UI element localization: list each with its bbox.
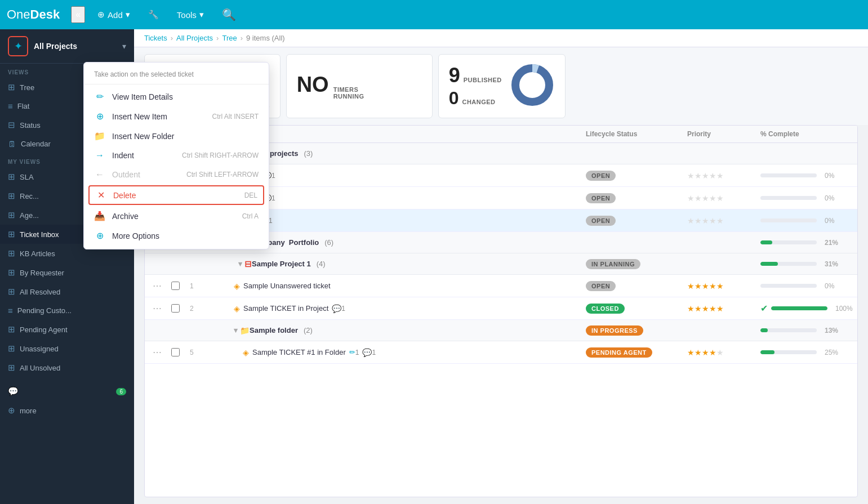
context-menu-header: Take action on the selected ticket: [84, 66, 269, 84]
breadcrumb-count: 9 items (All): [246, 34, 285, 42]
menu-item-label: Archive: [112, 212, 235, 221]
timers-text-block: NO TIMERS RUNNING: [297, 73, 364, 100]
sidebar-item-label: KB Articles: [20, 249, 55, 258]
sidebar-item-label: Rec...: [20, 192, 39, 200]
logo: OneDesk: [7, 7, 60, 22]
resolved-icon: ⊞: [8, 287, 15, 297]
timers-stat-card: NO TIMERS RUNNING: [286, 54, 433, 118]
menu-item-insert-new-item[interactable]: ⊕ Insert New Item Ctrl Alt INSERT: [84, 106, 269, 126]
pct-text: 21%: [825, 239, 838, 247]
folder-collapse-icon[interactable]: ▾: [234, 326, 238, 334]
view-details-icon: ✏: [94, 91, 105, 102]
status-badge: IN PROGRESS: [586, 325, 643, 336]
sidebar-item-chat[interactable]: 💬 6: [0, 382, 134, 401]
search-button[interactable]: 🔍: [216, 5, 242, 25]
no-label: NO: [297, 73, 329, 97]
tools-button[interactable]: Tools ▾: [171, 6, 210, 23]
sidebar-item-unassigned[interactable]: ⊞ Unassigned: [0, 339, 134, 358]
age-icon: ⊞: [8, 210, 15, 220]
sidebar-item-label: Pending Custo...: [17, 306, 72, 315]
pct-text: 0%: [825, 194, 834, 202]
menu-item-insert-new-folder[interactable]: 📁 Insert New Folder: [84, 126, 269, 146]
sidebar-item-label: All Unsolved: [20, 364, 60, 372]
breadcrumb: Tickets › All Projects › Tree › 9 items …: [134, 29, 868, 47]
subgroup-collapse-icon[interactable]: ▾: [238, 260, 242, 268]
msg-count: 1: [271, 172, 275, 180]
sidebar-item-by-requester[interactable]: ⊞ By Requester: [0, 263, 134, 282]
row-checkbox[interactable]: [171, 348, 180, 356]
menu-item-indent[interactable]: → Indent Ctrl Shift RIGHT-ARROW: [84, 146, 269, 165]
sidebar-item-label: Unassigned: [20, 345, 59, 353]
pencil-icon: ✏: [349, 348, 355, 356]
ticket-item-icon: ◈: [243, 348, 249, 357]
status-badge: PENDING AGENT: [586, 347, 652, 358]
menu-item-view-item-details[interactable]: ✏ View Item Details: [84, 87, 269, 106]
ticket-item-icon: ◈: [234, 282, 240, 291]
sidebar-item-more[interactable]: ⊕ more: [0, 401, 134, 420]
pct-text: 31%: [825, 260, 838, 268]
changed-number: 0: [449, 89, 459, 107]
menu-item-outdent: ← Outdent Ctrl Shift LEFT-ARROW: [84, 165, 269, 184]
sidebar-icon-box: ✦: [8, 36, 28, 56]
sidebar-item-pending-custo[interactable]: ≡ Pending Custo...: [0, 301, 134, 320]
row-name: Sample TICKET #1 in Folder: [252, 348, 346, 356]
chat-badge: 6: [116, 388, 126, 395]
row-menu-button[interactable]: ⋯: [149, 346, 165, 359]
row-menu-button[interactable]: ⋯: [149, 302, 165, 315]
msg-count: 1: [372, 349, 376, 356]
progress-bar: [760, 262, 817, 266]
breadcrumb-tickets[interactable]: Tickets: [144, 34, 167, 42]
progress-bar: [760, 218, 817, 222]
project-chevron-icon[interactable]: ▾: [122, 42, 126, 51]
sidebar-item-all-unsolved[interactable]: ⊞ All Unsolved: [0, 358, 134, 377]
row-menu-button[interactable]: ⋯: [149, 279, 165, 292]
tree-icon: ⊞: [8, 82, 15, 92]
menu-item-label: Indent: [112, 151, 175, 160]
shortcut-label: DEL: [244, 191, 257, 199]
tools-wrench-icon[interactable]: 🔧: [143, 6, 164, 23]
message-icon: 💬: [332, 304, 341, 313]
more-icon: ⊕: [8, 405, 15, 416]
sidebar-item-pending-agent[interactable]: ⊞ Pending Agent: [0, 320, 134, 339]
msg-count: 1: [341, 305, 345, 313]
folder-icon: 📁: [240, 326, 250, 335]
sidebar-item-label: Age...: [20, 211, 39, 220]
published-text-block: 9 PUBLISHED 0 CHANGED: [449, 65, 502, 107]
progress-bar: [760, 328, 817, 332]
menu-item-delete[interactable]: ✕ Delete DEL: [88, 185, 264, 205]
menu-item-label: Insert New Item: [112, 112, 206, 121]
table-row: ⋯ 5 ◈ Sample TICKET #1 in Folder ✏ 1 💬 1…: [145, 341, 857, 364]
pct-text: 25%: [825, 349, 838, 356]
row-checkbox[interactable]: [171, 304, 180, 313]
breadcrumb-tree[interactable]: Tree: [222, 34, 237, 42]
insert-folder-icon: 📁: [94, 131, 105, 141]
folder-name: Sample folder (2): [250, 326, 313, 334]
breadcrumb-all-projects[interactable]: All Projects: [176, 34, 213, 42]
menu-item-archive[interactable]: 📥 Archive Ctrl A: [84, 206, 269, 226]
shortcut-label: Ctrl Shift LEFT-ARROW: [186, 171, 259, 179]
add-button[interactable]: ⊕ Add ▾: [92, 6, 136, 23]
sidebar-item-label: Tree: [20, 83, 34, 92]
sla-icon: ⊞: [8, 172, 15, 182]
collapse-sidebar-button[interactable]: «: [71, 6, 85, 23]
context-menu: Take action on the selected ticket ✏ Vie…: [83, 62, 269, 249]
pending-agent-icon: ⊞: [8, 324, 15, 334]
ticket-inbox-icon: ⊞: [8, 229, 15, 239]
archive-icon: 📥: [94, 211, 105, 221]
row-name: Sample TICKET in Project: [243, 304, 328, 313]
svg-point-2: [515, 68, 549, 102]
complete-check-icon: ✔: [760, 303, 768, 314]
breadcrumb-sep-1: ›: [171, 34, 173, 42]
published-stat-card: 9 PUBLISHED 0 CHANGED: [438, 54, 566, 118]
pencil-count: 1: [355, 349, 359, 356]
sidebar-item-label: Flat: [17, 102, 30, 110]
row-checkbox[interactable]: [171, 282, 180, 290]
th-priority: Priority: [683, 130, 756, 138]
timers-label-3: RUNNING: [333, 93, 364, 100]
progress-bar: [771, 306, 827, 310]
msg-count: 1: [271, 194, 275, 202]
menu-item-more-options[interactable]: ⊕ More Options: [84, 226, 269, 246]
sidebar-item-all-resolved[interactable]: ⊞ All Resolved: [0, 282, 134, 301]
shortcut-label: Ctrl Alt INSERT: [212, 113, 259, 121]
menu-item-label: Insert New Folder: [112, 132, 259, 141]
